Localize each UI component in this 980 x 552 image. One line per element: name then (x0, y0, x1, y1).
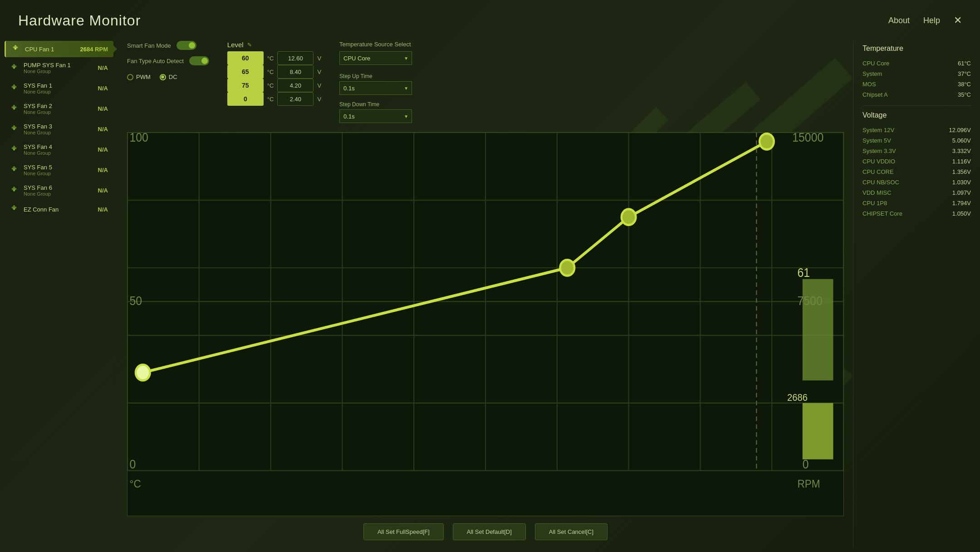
level-volt-input-1[interactable] (277, 65, 314, 79)
fan-item-sys-fan-1[interactable]: SYS Fan 1 None Group N/A (5, 79, 113, 98)
dc-radio[interactable]: DC (160, 74, 177, 80)
fan-type-label: Fan Type Auto Detect (127, 58, 184, 64)
smart-fan-group: Smart Fan Mode Fan Type Auto Detect PWM (127, 41, 209, 80)
center-panel: Smart Fan Mode Fan Type Auto Detect PWM (118, 41, 853, 547)
volt-stat-row-8: CHIPSET Core 1.050V (862, 208, 971, 219)
level-row-1: °C V (227, 65, 321, 79)
level-volt-input-2[interactable] (277, 79, 314, 92)
volt-stat-value-8: 1.050V (952, 210, 971, 217)
svg-point-30 (760, 133, 774, 149)
svg-text:7500: 7500 (798, 294, 823, 308)
fan-name-pump-sys-fan-1: PUMP SYS Fan 1 (24, 62, 98, 69)
temp-source-select[interactable]: CPU Core System MOS Chipset A (339, 51, 412, 65)
fan-group-sys-fan-5: None Group (24, 171, 98, 176)
svg-rect-34 (803, 403, 833, 459)
svg-point-27 (136, 365, 150, 380)
fan-name-sys-fan-3: SYS Fan 3 (24, 123, 98, 130)
volt-stat-row-3: CPU VDDIO 1.116V (862, 156, 971, 167)
fan-group-sys-fan-1: None Group (24, 89, 98, 94)
pwm-label: PWM (136, 74, 151, 80)
svg-text:0: 0 (130, 457, 136, 471)
fan-item-sys-fan-5[interactable]: SYS Fan 5 None Group N/A (5, 160, 113, 180)
volt-stat-value-0: 12.096V (949, 127, 971, 133)
title-bar: Hardware Monitor About Help ✕ (0, 0, 980, 36)
level-temp-input-0[interactable] (227, 51, 264, 65)
volt-stat-name-7: CPU 1P8 (862, 200, 887, 207)
volt-stat-value-1: 5.060V (952, 137, 971, 144)
dc-radio-inner (161, 75, 164, 79)
fan-icon-sys-fan-1 (10, 84, 19, 93)
about-link[interactable]: About (888, 16, 910, 25)
volt-stat-row-5: CPU NB/SOC 1.030V (862, 177, 971, 187)
fan-name-sys-fan-6: SYS Fan 6 (24, 184, 98, 191)
step-up-select[interactable]: 0.1s 0.2s 0.5s 1s (339, 81, 412, 95)
fan-name-sys-fan-5: SYS Fan 5 (24, 164, 98, 171)
level-volt-unit-3: V (317, 96, 321, 103)
fan-item-ez-conn-fan[interactable]: EZ Conn Fan N/A (5, 201, 113, 217)
fan-rpm-pump-sys-fan-1: N/A (98, 64, 108, 71)
fan-group-sys-fan-6: None Group (24, 191, 98, 197)
temp-source-label: Temperature Source Select (339, 41, 412, 48)
fan-icon-sys-fan-3 (10, 125, 19, 134)
mode-radio-group: PWM DC (127, 74, 209, 80)
svg-text:15000: 15000 (792, 133, 823, 144)
fan-info-sys-fan-2: SYS Fan 2 None Group (24, 103, 98, 115)
smart-fan-toggle[interactable] (176, 41, 196, 50)
temp-stat-name-2: MOS (862, 81, 876, 88)
fan-type-toggle[interactable] (189, 56, 209, 65)
fan-info-sys-fan-6: SYS Fan 6 None Group (24, 184, 98, 197)
temp-stat-name-1: System (862, 70, 882, 77)
fan-item-sys-fan-4[interactable]: SYS Fan 4 None Group N/A (5, 140, 113, 159)
temp-source-select-wrapper: CPU Core System MOS Chipset A (339, 51, 412, 65)
pwm-radio[interactable]: PWM (127, 74, 151, 80)
temp-stat-row-3: Chipset A 35°C (862, 89, 971, 100)
volt-stat-value-3: 1.116V (952, 158, 971, 165)
fan-name-cpu-fan-1: CPU Fan 1 (25, 46, 80, 53)
right-panel: Temperature CPU Core 61°C System 37°C MO… (853, 41, 980, 547)
svg-text:2686: 2686 (787, 392, 808, 403)
fan-group-pump-sys-fan-1: None Group (24, 69, 98, 74)
default-button[interactable]: All Set Default[D] (453, 523, 526, 540)
full-speed-button[interactable]: All Set FullSpeed[F] (363, 523, 444, 540)
volt-stat-row-7: CPU 1P8 1.794V (862, 198, 971, 208)
level-row-3: °C V (227, 92, 321, 106)
step-up-select-wrapper: 0.1s 0.2s 0.5s 1s (339, 81, 412, 95)
fan-name-sys-fan-4: SYS Fan 4 (24, 143, 98, 150)
volt-stat-value-5: 1.030V (952, 179, 971, 186)
level-temp-input-2[interactable] (227, 79, 264, 92)
svg-text:61: 61 (798, 266, 810, 280)
fan-info-sys-fan-4: SYS Fan 4 None Group (24, 143, 98, 156)
level-temp-input-3[interactable] (227, 92, 264, 106)
volt-stat-row-2: System 3.3V 3.332V (862, 146, 971, 156)
step-down-section: Step Down Time 0.1s 0.2s 0.5s 1s (339, 101, 412, 123)
fan-item-sys-fan-3[interactable]: SYS Fan 3 None Group N/A (5, 119, 113, 139)
fan-item-pump-sys-fan-1[interactable]: PUMP SYS Fan 1 None Group N/A (5, 58, 113, 78)
voltage-section-title: Voltage (862, 111, 971, 119)
fan-rpm-sys-fan-1: N/A (98, 85, 108, 92)
fan-item-sys-fan-6[interactable]: SYS Fan 6 None Group N/A (5, 181, 113, 200)
svg-text:50: 50 (130, 294, 142, 308)
close-button[interactable]: ✕ (954, 15, 962, 25)
svg-text:°C: °C (130, 478, 141, 490)
level-row-0: °C V (227, 51, 321, 65)
level-volt-input-0[interactable] (277, 51, 314, 65)
level-row-2: °C V (227, 79, 321, 92)
level-temp-input-1[interactable] (227, 65, 264, 79)
level-section: Level ✎ °C V °C V °C V °C V (227, 41, 321, 106)
cancel-button[interactable]: All Set Cancel[C] (535, 523, 608, 540)
divider (862, 105, 971, 106)
fan-item-sys-fan-2[interactable]: SYS Fan 2 None Group N/A (5, 99, 113, 118)
level-title: Level ✎ (227, 41, 321, 49)
fan-name-sys-fan-2: SYS Fan 2 (24, 103, 98, 109)
help-link[interactable]: Help (923, 16, 940, 25)
edit-icon[interactable]: ✎ (247, 42, 252, 48)
fan-icon-pump-sys-fan-1 (10, 64, 19, 73)
level-volt-input-3[interactable] (277, 92, 314, 106)
fan-info-sys-fan-5: SYS Fan 5 None Group (24, 164, 98, 176)
title-actions: About Help ✕ (888, 15, 962, 25)
step-down-select[interactable]: 0.1s 0.2s 0.5s 1s (339, 109, 412, 123)
fan-curve-chart[interactable]: 61 2686 100 50 0 °C 15000 7500 0 RPM (127, 132, 844, 516)
temp-stat-row-1: System 37°C (862, 69, 971, 79)
fan-item-cpu-fan-1[interactable]: CPU Fan 1 2684 RPM (5, 41, 113, 57)
fan-icon-cpu-fan-1 (11, 44, 20, 54)
